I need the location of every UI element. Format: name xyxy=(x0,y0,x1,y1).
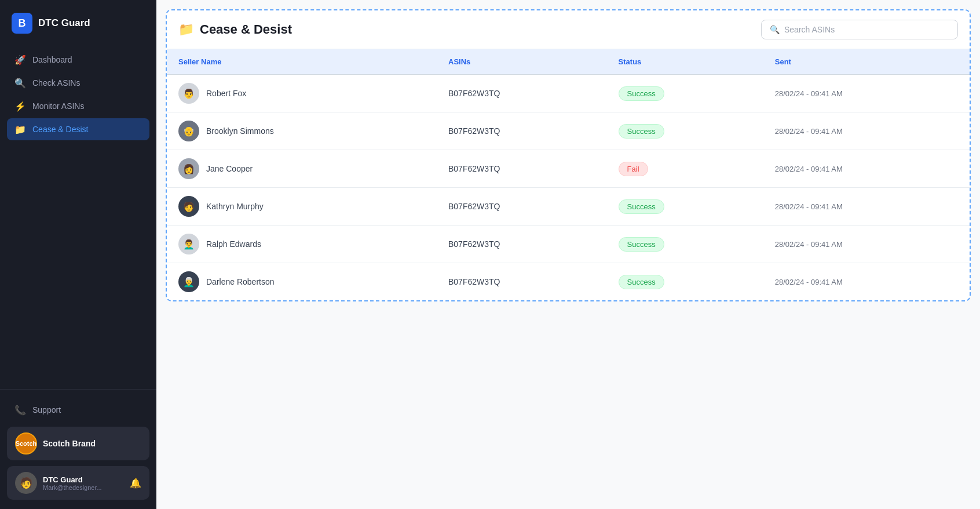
sent-cell: 28/02/24 - 09:41 AM xyxy=(763,112,970,150)
sidebar-bottom: 📞 Support Scotch Scotch Brand 🧑 DTC Guar… xyxy=(0,389,156,509)
seller-avatar: 🧑 xyxy=(178,196,199,217)
check-asins-icon: 🔍 xyxy=(15,78,25,88)
seller-cell: 🧑 Kathryn Murphy xyxy=(167,188,437,226)
seller-cell: 👩 Jane Cooper xyxy=(167,150,437,188)
main-content: 📁 Cease & Desist 🔍 Seller Name ASINs Sta… xyxy=(156,0,980,509)
status-cell: Success xyxy=(607,75,763,112)
sidebar-item-cease-desist-label: Cease & Desist xyxy=(32,125,88,134)
status-badge: Fail xyxy=(619,162,648,176)
sent-time: 28/02/24 - 09:41 AM xyxy=(775,165,843,173)
status-badge: Success xyxy=(619,86,664,101)
sent-time: 28/02/24 - 09:41 AM xyxy=(775,278,843,286)
table-row: 👨‍🦱 Ralph Edwards B07F62W3TQ Success 28/… xyxy=(167,226,970,263)
seller-cell: 👨‍🦱 Ralph Edwards xyxy=(167,226,437,263)
sidebar-item-dashboard[interactable]: 🚀 Dashboard xyxy=(7,49,149,71)
dashboard-icon: 🚀 xyxy=(15,54,25,65)
page-title: Cease & Desist xyxy=(200,22,292,37)
monitor-asins-icon: ⚡ xyxy=(15,101,25,111)
sent-cell: 28/02/24 - 09:41 AM xyxy=(763,188,970,226)
status-badge: Success xyxy=(619,199,664,214)
user-info: DTC Guard Mark@thedesigner... xyxy=(43,475,124,491)
col-status: Status xyxy=(607,49,763,75)
seller-name: Kathryn Murphy xyxy=(206,202,264,211)
table-body: 👨 Robert Fox B07F62W3TQ Success 28/02/24… xyxy=(167,75,970,301)
seller-name: Brooklyn Simmons xyxy=(206,126,274,136)
app-name: DTC Guard xyxy=(38,17,90,29)
bell-icon[interactable]: 🔔 xyxy=(130,478,141,489)
brand-card[interactable]: Scotch Scotch Brand xyxy=(7,427,149,460)
status-badge: Success xyxy=(619,124,664,139)
sidebar-item-check-asins[interactable]: 🔍 Check ASINs xyxy=(7,72,149,94)
seller-cell: 👴 Brooklyn Simmons xyxy=(167,112,437,150)
content-panel: 📁 Cease & Desist 🔍 Seller Name ASINs Sta… xyxy=(166,9,971,301)
asin-code: B07F62W3TQ xyxy=(448,202,500,211)
sidebar-item-monitor-asins-label: Monitor ASINs xyxy=(32,101,84,111)
seller-avatar: 👨 xyxy=(178,83,199,104)
status-cell: Success xyxy=(607,188,763,226)
logo-icon: B xyxy=(12,13,32,34)
seller-name: Robert Fox xyxy=(206,89,246,98)
sidebar-item-monitor-asins[interactable]: ⚡ Monitor ASINs xyxy=(7,95,149,117)
user-email: Mark@thedesigner... xyxy=(43,484,124,491)
user-card: 🧑 DTC Guard Mark@thedesigner... 🔔 xyxy=(7,466,149,500)
brand-name: Scotch Brand xyxy=(43,439,96,448)
sent-cell: 28/02/24 - 09:41 AM xyxy=(763,226,970,263)
asin-code: B07F62W3TQ xyxy=(448,277,500,286)
folder-icon: 📁 xyxy=(178,22,194,37)
col-asins: ASINs xyxy=(437,49,607,75)
sent-cell: 28/02/24 - 09:41 AM xyxy=(763,150,970,188)
sidebar-item-cease-desist[interactable]: 📁 Cease & Desist xyxy=(7,118,149,140)
sidebar: B DTC Guard 🚀 Dashboard 🔍 Check ASINs ⚡ … xyxy=(0,0,156,509)
sent-time: 28/02/24 - 09:41 AM xyxy=(775,89,843,98)
search-icon: 🔍 xyxy=(770,25,780,34)
asin-code: B07F62W3TQ xyxy=(448,164,500,173)
sent-cell: 28/02/24 - 09:41 AM xyxy=(763,75,970,112)
status-cell: Success xyxy=(607,226,763,263)
asin-cell: B07F62W3TQ xyxy=(437,75,607,112)
sidebar-item-check-asins-label: Check ASINs xyxy=(32,78,80,88)
seller-avatar: 👩 xyxy=(178,158,199,179)
asin-cell: B07F62W3TQ xyxy=(437,263,607,301)
user-name: DTC Guard xyxy=(43,475,124,484)
seller-name: Ralph Edwards xyxy=(206,239,261,249)
logo-area: B DTC Guard xyxy=(0,0,156,44)
panel-header: 📁 Cease & Desist 🔍 xyxy=(167,10,970,49)
asin-code: B07F62W3TQ xyxy=(448,239,500,249)
search-input[interactable] xyxy=(784,25,949,34)
cease-desist-table: Seller Name ASINs Status Sent 👨 Robert F… xyxy=(167,49,970,300)
avatar: 🧑 xyxy=(15,472,37,494)
asin-cell: B07F62W3TQ xyxy=(437,112,607,150)
seller-name: Darlene Robertson xyxy=(206,277,275,286)
table-row: 👩 Jane Cooper B07F62W3TQ Fail 28/02/24 -… xyxy=(167,150,970,188)
seller-avatar: 👴 xyxy=(178,121,199,141)
table-row: 🧑 Kathryn Murphy B07F62W3TQ Success 28/0… xyxy=(167,188,970,226)
status-cell: Success xyxy=(607,112,763,150)
asin-cell: B07F62W3TQ xyxy=(437,150,607,188)
table-wrapper: Seller Name ASINs Status Sent 👨 Robert F… xyxy=(167,49,970,300)
brand-avatar: Scotch xyxy=(15,432,37,455)
asin-code: B07F62W3TQ xyxy=(448,89,500,98)
seller-name: Jane Cooper xyxy=(206,164,253,173)
seller-avatar: 👨‍🦱 xyxy=(178,234,199,254)
seller-cell: 👨‍🦳 Darlene Robertson xyxy=(167,263,437,301)
sent-cell: 28/02/24 - 09:41 AM xyxy=(763,263,970,301)
support-item[interactable]: 📞 Support xyxy=(7,399,149,421)
col-sent: Sent xyxy=(763,49,970,75)
sidebar-item-dashboard-label: Dashboard xyxy=(32,55,72,64)
sent-time: 28/02/24 - 09:41 AM xyxy=(775,240,843,249)
status-badge: Success xyxy=(619,237,664,252)
asin-code: B07F62W3TQ xyxy=(448,126,500,136)
cease-desist-icon: 📁 xyxy=(15,124,25,134)
col-seller-name: Seller Name xyxy=(167,49,437,75)
asin-cell: B07F62W3TQ xyxy=(437,188,607,226)
asin-cell: B07F62W3TQ xyxy=(437,226,607,263)
sidebar-nav: 🚀 Dashboard 🔍 Check ASINs ⚡ Monitor ASIN… xyxy=(0,44,156,389)
support-icon: 📞 xyxy=(15,405,25,415)
search-box[interactable]: 🔍 xyxy=(761,20,958,39)
panel-title: 📁 Cease & Desist xyxy=(178,22,292,37)
status-cell: Fail xyxy=(607,150,763,188)
table-header: Seller Name ASINs Status Sent xyxy=(167,49,970,75)
seller-avatar: 👨‍🦳 xyxy=(178,271,199,292)
status-cell: Success xyxy=(607,263,763,301)
support-label: Support xyxy=(32,405,61,415)
